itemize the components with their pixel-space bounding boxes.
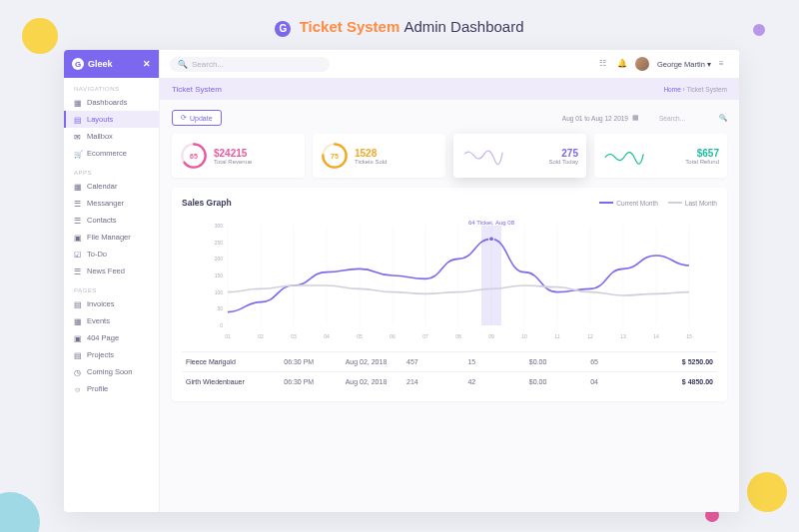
- main-panel: 🔍 Search... ☷ 🔔 George Martin ▾ ≡ Ticket…: [160, 50, 739, 512]
- sidebar-item-dashboards[interactable]: ▦Dashboards: [64, 94, 159, 111]
- global-search[interactable]: 🔍 Search...: [170, 57, 330, 72]
- svg-text:64 Ticket, Aug 08: 64 Ticket, Aug 08: [468, 220, 515, 226]
- sidebar-item-profile[interactable]: ☺Profile: [64, 380, 159, 397]
- breadcrumb-home[interactable]: Home: [663, 86, 680, 93]
- brand-name: Gleek: [88, 59, 113, 69]
- user-name[interactable]: George Martin ▾: [657, 60, 711, 69]
- svg-text:15: 15: [686, 333, 692, 339]
- search-placeholder: Search...: [192, 60, 224, 69]
- svg-text:06: 06: [390, 333, 396, 339]
- chart-legend: Current Month Last Month: [599, 200, 717, 207]
- stats-row: 65 $24215Total Revenue 75 1528Tickets So…: [172, 134, 727, 178]
- sparkline-icon: [461, 146, 505, 166]
- stat-revenue: 65 $24215Total Revenue: [172, 134, 305, 178]
- sidebar-item-messanger[interactable]: ☰Messanger: [64, 195, 159, 212]
- svg-text:09: 09: [488, 333, 494, 339]
- check-icon: ☑: [74, 251, 82, 259]
- chart-title: Sales Graph: [182, 198, 232, 208]
- user-icon: ☺: [74, 385, 82, 393]
- sidebar-item-invoices[interactable]: ▤Invoices: [64, 295, 159, 312]
- stat-sold-today: 275Sold Today: [453, 134, 586, 178]
- avatar[interactable]: [635, 57, 649, 71]
- svg-text:01: 01: [225, 333, 231, 339]
- sidebar-item-events[interactable]: ▦Events: [64, 312, 159, 329]
- contacts-icon: ☰: [74, 217, 82, 225]
- layout-icon: ▤: [74, 116, 82, 124]
- svg-text:250: 250: [215, 240, 224, 246]
- breadcrumb: Ticket System Home › Ticket System: [160, 78, 739, 100]
- svg-text:50: 50: [217, 305, 223, 311]
- svg-text:02: 02: [258, 333, 264, 339]
- content-search[interactable]: Search... 🔍: [659, 114, 727, 122]
- sidebar-item-mailbox[interactable]: ✉Mailbox: [64, 128, 159, 145]
- page-heading: G Ticket System Admin Dashboard: [0, 0, 799, 45]
- content: ⟳ Update Aug 01 to Aug 12 2019 ▦ Search.…: [160, 100, 739, 512]
- sidebar-item-todo[interactable]: ☑To-Do: [64, 246, 159, 263]
- sidebar-item-file-manager[interactable]: ▣File Manager: [64, 229, 159, 246]
- sparkline-icon: [602, 146, 646, 166]
- app-window: G Gleek ✕ NAVIGATIONS ▦Dashboards ▤Layou…: [64, 50, 739, 512]
- svg-text:14: 14: [653, 333, 659, 339]
- sidebar-item-coming-soon[interactable]: ◷Coming Soon: [64, 363, 159, 380]
- sidebar-item-news-feed[interactable]: ☰News Feed: [64, 263, 159, 279]
- svg-text:200: 200: [215, 256, 224, 262]
- sidebar-item-calendar[interactable]: ▦Calendar: [64, 178, 159, 195]
- svg-text:0: 0: [220, 322, 223, 328]
- date-range-picker[interactable]: Aug 01 to Aug 12 2019 ▦: [562, 114, 639, 122]
- toolbar: ⟳ Update Aug 01 to Aug 12 2019 ▦ Search.…: [172, 110, 727, 126]
- menu-icon[interactable]: ≡: [719, 59, 729, 69]
- data-table: Fleece Marigold06:30 PMAug 02, 201845715…: [182, 351, 717, 391]
- table-row[interactable]: Girth Wiedenbauer06:30 PMAug 02, 2018214…: [182, 371, 717, 391]
- table-row[interactable]: Fleece Marigold06:30 PMAug 02, 201845715…: [182, 351, 717, 371]
- svg-text:11: 11: [554, 333, 560, 339]
- topbar: 🔍 Search... ☷ 🔔 George Martin ▾ ≡: [160, 50, 739, 78]
- breadcrumb-current: Ticket System: [686, 86, 727, 93]
- refresh-icon: ⟳: [181, 114, 187, 122]
- svg-text:07: 07: [422, 333, 428, 339]
- update-button[interactable]: ⟳ Update: [172, 110, 222, 126]
- svg-point-42: [489, 237, 494, 242]
- wrench-icon[interactable]: ✕: [143, 59, 151, 69]
- svg-text:150: 150: [215, 272, 224, 278]
- sidebar-item-layouts[interactable]: ▤Layouts: [64, 111, 159, 128]
- svg-text:100: 100: [215, 289, 224, 295]
- sales-chart[interactable]: 0501001502002503000102030405060708091011…: [182, 214, 717, 343]
- brand-bar: G Gleek ✕: [64, 50, 159, 78]
- sidebar-item-404[interactable]: ▣404 Page: [64, 329, 159, 346]
- sidebar-item-projects[interactable]: ▤Projects: [64, 346, 159, 363]
- sales-graph-panel: Sales Graph Current Month Last Month 050…: [172, 188, 727, 401]
- nav-section-apps: APPS: [64, 162, 159, 178]
- logo-badge-icon: G: [275, 21, 291, 37]
- sidebar-item-contacts[interactable]: ☰Contacts: [64, 212, 159, 229]
- folder-icon: ▣: [74, 234, 82, 242]
- project-icon: ▤: [74, 351, 82, 359]
- cart-icon: 🛒: [74, 150, 82, 158]
- sidebar-item-ecommerce[interactable]: 🛒Ecommerce: [64, 145, 159, 162]
- clock-icon: ◷: [74, 368, 82, 376]
- error-icon: ▣: [74, 334, 82, 342]
- stat-refund: $657Total Refund: [594, 134, 727, 178]
- grid-icon: ▦: [74, 99, 82, 107]
- invoice-icon: ▤: [74, 300, 82, 308]
- event-icon: ▦: [74, 317, 82, 325]
- nav-section-pages: PAGES: [64, 279, 159, 295]
- search-icon: 🔍: [719, 114, 727, 122]
- calendar-icon: ▦: [632, 114, 639, 122]
- chart-icon[interactable]: ☷: [599, 59, 609, 69]
- svg-text:12: 12: [587, 333, 593, 339]
- svg-text:13: 13: [620, 333, 626, 339]
- svg-text:10: 10: [521, 333, 527, 339]
- feed-icon: ☰: [74, 267, 82, 275]
- stat-tickets: 75 1528Tickets Sold: [313, 134, 445, 178]
- chat-icon: ☰: [74, 200, 82, 208]
- sidebar: G Gleek ✕ NAVIGATIONS ▦Dashboards ▤Layou…: [64, 50, 160, 512]
- svg-text:04: 04: [324, 333, 330, 339]
- bell-icon[interactable]: 🔔: [617, 59, 627, 69]
- mail-icon: ✉: [74, 133, 82, 141]
- calendar-icon: ▦: [74, 183, 82, 191]
- svg-text:03: 03: [291, 333, 297, 339]
- brand-logo-icon: G: [72, 58, 84, 70]
- page-title: Ticket System: [172, 85, 222, 94]
- svg-text:05: 05: [357, 333, 363, 339]
- svg-text:08: 08: [455, 333, 461, 339]
